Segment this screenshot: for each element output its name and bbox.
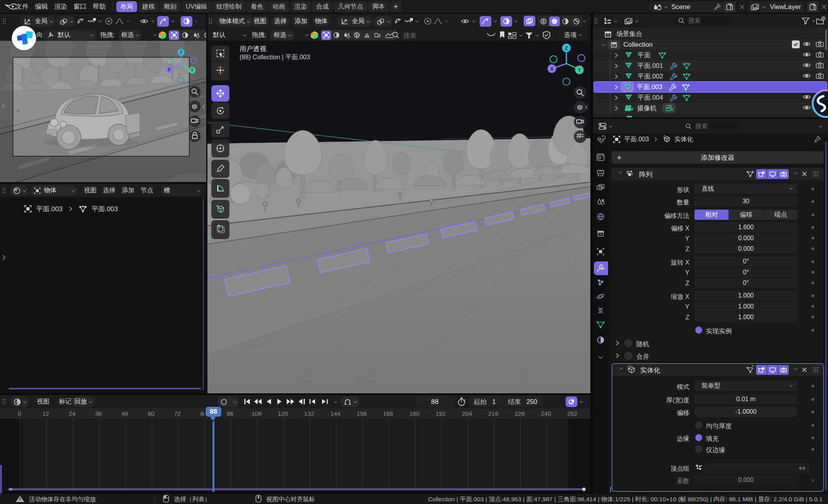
svg-text:Y: Y [578,68,581,73]
svg-text:Z: Z [565,46,568,51]
svg-text:X: X [168,68,170,72]
svg-text:Y: Y [191,68,194,73]
svg-text:Z: Z [180,50,182,55]
svg-text:X: X [550,66,553,72]
